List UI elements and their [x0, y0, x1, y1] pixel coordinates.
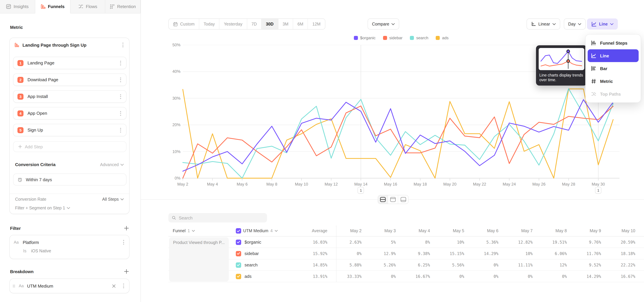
funnel-column-header[interactable]: Funnel 1 [168, 226, 230, 236]
cell-value: 9.38% [404, 248, 439, 259]
insights-icon [6, 4, 11, 9]
funnel-step-1[interactable]: 1 Landing Page [13, 57, 126, 69]
funnel-name-cell[interactable]: Product Viewed through P... [169, 237, 229, 282]
metric-kebab-icon[interactable] [121, 42, 124, 48]
series-checkbox[interactable] [236, 262, 241, 268]
linear-scale-icon [531, 22, 536, 26]
range-30d[interactable]: 30D [262, 19, 278, 29]
add-breakdown-button[interactable] [124, 269, 129, 274]
series-line-ads[interactable] [183, 89, 613, 178]
legend-item-ads[interactable]: ads [436, 36, 448, 40]
series-line-search[interactable] [183, 88, 613, 178]
view-top-panel-button[interactable] [388, 195, 398, 204]
funnel-step-3[interactable]: 3 App Install [13, 90, 126, 103]
chart-type-button[interactable]: Line [587, 18, 618, 30]
string-type-icon: Aa [19, 284, 24, 288]
view-bottom-panel-button[interactable] [398, 195, 408, 204]
step-kebab-icon[interactable] [119, 94, 122, 99]
cell-value: 0% [370, 271, 404, 282]
dropdown-item-line[interactable]: Line [588, 49, 639, 62]
funnel-step-5[interactable]: 5 Sign Up [13, 124, 126, 136]
step-kebab-icon[interactable] [119, 127, 122, 133]
view-rows-button[interactable] [378, 195, 388, 204]
legend-item-organic[interactable]: $organic [354, 36, 376, 40]
range-7d[interactable]: 7D [247, 19, 262, 29]
chart-type-dropdown: Funnel Steps Line Bar Metric Top Paths [585, 34, 641, 103]
report-tabbar: Insights Funnels Flows Retention [0, 0, 140, 14]
range-custom[interactable]: Custom [169, 19, 199, 29]
range-3m[interactable]: 3M [278, 19, 293, 29]
dropdown-item-metric[interactable]: Metric [588, 75, 639, 88]
remove-breakdown-icon[interactable] [112, 284, 116, 288]
add-filter-button[interactable] [124, 226, 129, 231]
date-column-header[interactable]: May 10 [610, 226, 644, 236]
compare-button[interactable]: Compare [368, 18, 399, 30]
annotation-badge[interactable]: 1 [595, 187, 602, 194]
x-tick-label: May 12 [320, 182, 342, 186]
dropdown-item-top-paths[interactable]: Top Paths [588, 88, 639, 100]
legend-item-search[interactable]: search [410, 36, 428, 40]
tab-funnels[interactable]: Funnels [35, 0, 70, 14]
date-column-header[interactable]: May 7 [507, 226, 541, 236]
series-checkbox[interactable] [236, 251, 241, 256]
metric-title-row[interactable]: Landing Page through Sign Up [10, 38, 129, 52]
legend-item-sidebar[interactable]: sidebar [383, 36, 402, 40]
x-tick-label: May 28 [558, 182, 579, 186]
range-6m[interactable]: 6M [293, 19, 308, 29]
step-kebab-icon[interactable] [119, 77, 122, 82]
annotation-badge[interactable]: 1 [358, 187, 364, 194]
date-column-header[interactable]: May 6 [473, 226, 507, 236]
filter-operator[interactable]: Is [23, 249, 26, 253]
step-kebab-icon[interactable] [119, 60, 122, 66]
breakdown-section-label: Breakdown [10, 269, 34, 274]
check-icon [237, 229, 240, 232]
average-value: 13.91% [280, 271, 336, 282]
funnel-step-2[interactable]: 2 Download Page [13, 74, 126, 86]
range-12m[interactable]: 12M [308, 19, 325, 29]
scale-button[interactable]: Linear [526, 18, 560, 30]
series-checkbox[interactable] [236, 274, 241, 279]
tab-retention[interactable]: Retention [106, 0, 141, 14]
tab-flows[interactable]: Flows [70, 0, 106, 14]
advanced-dropdown[interactable]: Advanced [100, 162, 124, 167]
breakdown-column-header[interactable]: UTM Medium 4 [230, 226, 280, 236]
date-column-header[interactable]: May 3 [370, 226, 404, 236]
date-column-header[interactable]: May 4 [404, 226, 439, 236]
table-row-search: search14.85%5.88%5.26%6.25%5.56%0%11.11%… [168, 260, 644, 271]
range-yesterday[interactable]: Yesterday [220, 19, 247, 29]
dropdown-item-funnel-steps[interactable]: Funnel Steps [588, 36, 639, 49]
date-column-header[interactable]: May 5 [439, 226, 473, 236]
filter-card[interactable]: Aa Platform Is iOS Native [10, 235, 130, 259]
search-icon [172, 216, 176, 220]
date-column-header[interactable]: May 8 [541, 226, 576, 236]
cell-value: 5.36% [473, 236, 507, 248]
conversion-window-button[interactable]: Within 7 days [13, 174, 126, 186]
series-label: sidebar [244, 251, 259, 256]
step-kebab-icon[interactable] [119, 110, 122, 116]
split-bottom-icon [400, 197, 406, 202]
granularity-button[interactable]: Day [564, 18, 586, 30]
range-today[interactable]: Today [199, 19, 220, 29]
cell-value: 16.67% [610, 271, 644, 282]
series-checkbox[interactable] [236, 240, 241, 245]
add-step-button[interactable]: Add Step [13, 141, 126, 152]
drag-handle-icon[interactable] [12, 284, 16, 288]
search-input[interactable] [179, 215, 264, 220]
tab-insights[interactable]: Insights [0, 0, 35, 14]
filter-segment-dropdown[interactable]: Filter + Segment on Step 1 [10, 206, 76, 210]
select-all-checkbox[interactable] [236, 228, 241, 234]
breakdown-kebab-icon[interactable] [122, 283, 125, 288]
x-tick-label: May 30 [588, 182, 609, 186]
filter-value[interactable]: iOS Native [31, 249, 51, 253]
cell-value: 11.76% [576, 248, 610, 259]
breakdown-card[interactable]: Aa UTM Medium [10, 278, 130, 293]
step-number-badge: 2 [18, 77, 24, 83]
funnel-step-4[interactable]: 4 App Open [13, 107, 126, 120]
filter-kebab-icon[interactable] [122, 240, 125, 245]
all-steps-dropdown[interactable]: All Steps [102, 197, 124, 202]
cell-value: 16.67% [404, 271, 439, 282]
date-column-header[interactable]: May 2 [336, 226, 370, 236]
date-column-header[interactable]: May 9 [576, 226, 610, 236]
dropdown-item-bar[interactable]: Bar [588, 62, 639, 75]
average-column-header[interactable]: Average [280, 226, 336, 236]
